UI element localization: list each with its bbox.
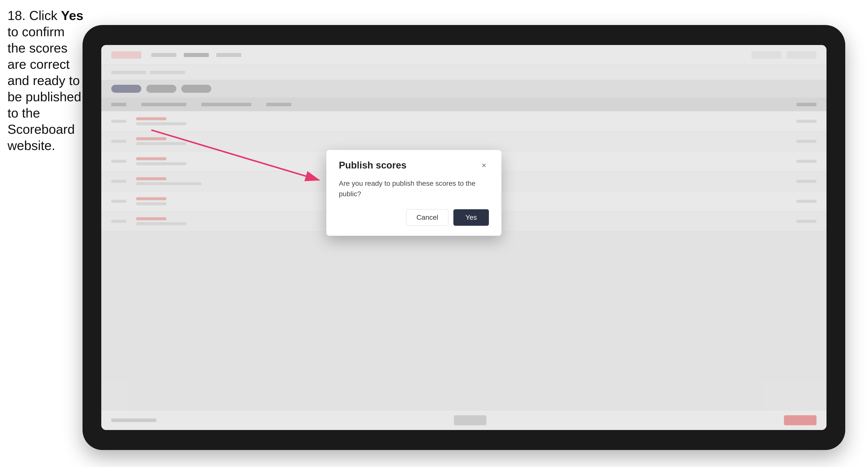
modal-header: Publish scores × <box>339 160 489 171</box>
modal-body: Are you ready to publish these scores to… <box>339 178 489 199</box>
instruction-body: Click Yes to confirm the scores are corr… <box>7 8 84 153</box>
instruction-text: 18. Click Yes to confirm the scores are … <box>7 7 85 154</box>
bold-word: Yes <box>61 8 84 23</box>
modal-overlay <box>101 45 827 430</box>
modal-title: Publish scores <box>339 160 406 171</box>
tablet-screen: Publish scores × Are you ready to publis… <box>101 45 827 430</box>
tablet-device: Publish scores × Are you ready to publis… <box>83 25 845 450</box>
yes-button[interactable]: Yes <box>454 209 489 226</box>
modal-footer: Cancel Yes <box>339 209 489 226</box>
cancel-button[interactable]: Cancel <box>406 209 448 226</box>
instruction-suffix: to confirm the scores are correct and re… <box>7 25 81 153</box>
publish-scores-modal: Publish scores × Are you ready to publis… <box>327 150 501 236</box>
step-number: 18. <box>7 8 26 23</box>
modal-close-button[interactable]: × <box>479 160 489 170</box>
modal-message: Are you ready to publish these scores to… <box>339 178 489 199</box>
